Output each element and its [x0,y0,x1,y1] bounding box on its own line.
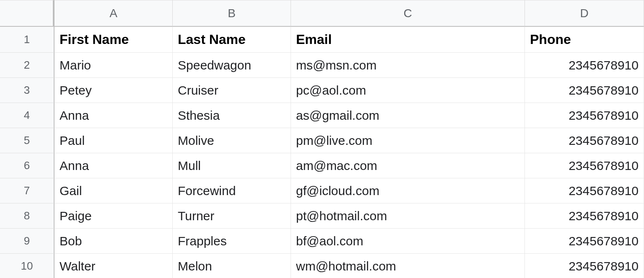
cell-C7[interactable]: gf@icloud.com [291,178,525,203]
cell-C2[interactable]: ms@msn.com [291,53,525,78]
row-header-10[interactable]: 10 [0,254,55,278]
cell-C9[interactable]: bf@aol.com [291,229,525,254]
cell-A5[interactable]: Paul [55,128,173,153]
cell-A1[interactable]: First Name [55,27,173,53]
cell-A2[interactable]: Mario [55,53,173,78]
row-header-4[interactable]: 4 [0,103,55,128]
cell-B10[interactable]: Melon [173,254,291,278]
cell-C3[interactable]: pc@aol.com [291,78,525,103]
table-row: 7 Gail Forcewind gf@icloud.com 234567891… [0,178,644,203]
table-row: 9 Bob Frapples bf@aol.com 2345678910 [0,229,644,254]
column-header-D[interactable]: D [525,0,644,27]
cell-A9[interactable]: Bob [55,229,173,254]
cell-D5[interactable]: 2345678910 [525,128,644,153]
cell-D10[interactable]: 2345678910 [525,254,644,278]
row-header-5[interactable]: 5 [0,128,55,153]
row-header-8[interactable]: 8 [0,203,55,229]
cell-C10[interactable]: wm@hotmail.com [291,254,525,278]
cell-A8[interactable]: Paige [55,203,173,229]
cell-D1[interactable]: Phone [525,27,644,53]
row-header-1[interactable]: 1 [0,27,55,53]
column-header-row: A B C D [0,0,644,27]
cell-B6[interactable]: Mull [173,153,291,178]
cell-D2[interactable]: 2345678910 [525,53,644,78]
cell-B1[interactable]: Last Name [173,27,291,53]
table-row: 3 Petey Cruiser pc@aol.com 2345678910 [0,78,644,103]
column-header-B[interactable]: B [173,0,291,27]
table-row: 6 Anna Mull am@mac.com 2345678910 [0,153,644,178]
spreadsheet-grid: A B C D 1 First Name Last Name Email Pho… [0,0,644,278]
cell-D9[interactable]: 2345678910 [525,229,644,254]
cell-A7[interactable]: Gail [55,178,173,203]
cell-B4[interactable]: Sthesia [173,103,291,128]
cell-D7[interactable]: 2345678910 [525,178,644,203]
cell-D8[interactable]: 2345678910 [525,203,644,229]
table-row: 4 Anna Sthesia as@gmail.com 2345678910 [0,103,644,128]
cell-B9[interactable]: Frapples [173,229,291,254]
cell-B2[interactable]: Speedwagon [173,53,291,78]
cell-C8[interactable]: pt@hotmail.com [291,203,525,229]
cell-C4[interactable]: as@gmail.com [291,103,525,128]
table-row: 2 Mario Speedwagon ms@msn.com 2345678910 [0,53,644,78]
cell-B8[interactable]: Turner [173,203,291,229]
cell-A6[interactable]: Anna [55,153,173,178]
cell-A3[interactable]: Petey [55,78,173,103]
row-header-9[interactable]: 9 [0,229,55,254]
column-header-A[interactable]: A [55,0,173,27]
cell-B7[interactable]: Forcewind [173,178,291,203]
cell-D4[interactable]: 2345678910 [525,103,644,128]
column-header-C[interactable]: C [291,0,525,27]
table-row: 8 Paige Turner pt@hotmail.com 2345678910 [0,203,644,229]
table-row: 1 First Name Last Name Email Phone [0,27,644,53]
cell-B5[interactable]: Molive [173,128,291,153]
cell-D3[interactable]: 2345678910 [525,78,644,103]
row-header-6[interactable]: 6 [0,153,55,178]
table-row: 5 Paul Molive pm@live.com 2345678910 [0,128,644,153]
cell-C5[interactable]: pm@live.com [291,128,525,153]
cell-B3[interactable]: Cruiser [173,78,291,103]
cell-A10[interactable]: Walter [55,254,173,278]
row-header-2[interactable]: 2 [0,53,55,78]
table-row: 10 Walter Melon wm@hotmail.com 234567891… [0,254,644,278]
row-header-7[interactable]: 7 [0,178,55,203]
cell-D6[interactable]: 2345678910 [525,153,644,178]
cell-A4[interactable]: Anna [55,103,173,128]
cell-C6[interactable]: am@mac.com [291,153,525,178]
select-all-corner[interactable] [0,0,55,27]
row-header-3[interactable]: 3 [0,78,55,103]
cell-C1[interactable]: Email [291,27,525,53]
